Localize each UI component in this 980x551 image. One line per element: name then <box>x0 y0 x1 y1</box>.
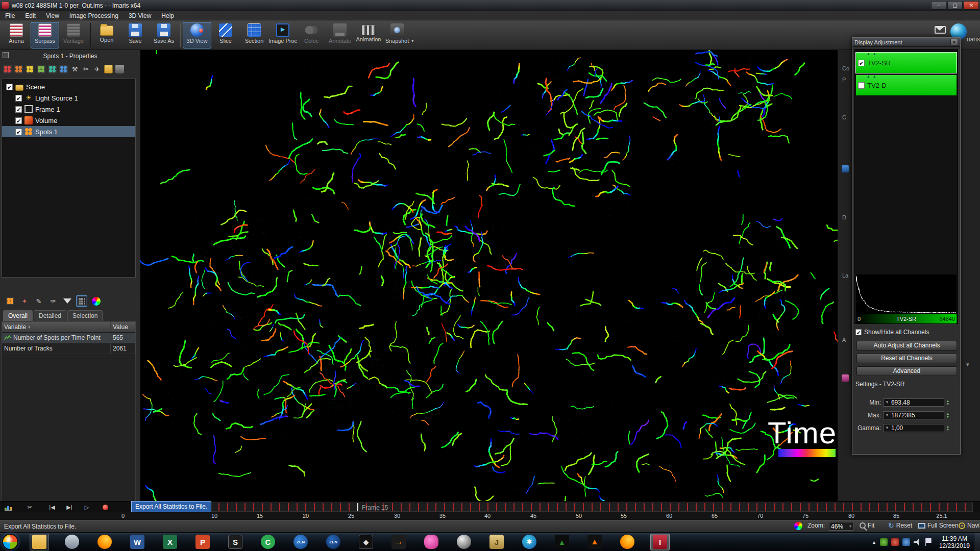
statistics-tab[interactable] <box>76 295 87 307</box>
play-button[interactable]: ▷ <box>82 503 92 512</box>
taskbar-zen[interactable] <box>291 534 310 550</box>
antivirus-tray-icon[interactable] <box>880 538 888 546</box>
annotate-button[interactable]: Annotate <box>326 22 354 48</box>
max-input[interactable]: ▼ 1872385 <box>883 411 944 419</box>
tree-item-light-source[interactable]: ☀ Light Source 1 <box>2 92 135 104</box>
edit-tracks-tab[interactable]: ✑ <box>47 295 59 307</box>
group-folder-icon[interactable] <box>104 65 113 73</box>
advanced-button[interactable]: Advanced <box>856 366 957 376</box>
menu-file[interactable]: File <box>0 12 20 20</box>
tree-item-frame[interactable]: Frame 1 <box>2 104 135 115</box>
dropdown-caret[interactable]: ▾ <box>966 361 969 368</box>
taskbar-clock[interactable]: 11:39 AM 12/23/2019 <box>936 535 973 549</box>
taskbar-powerpoint[interactable] <box>193 534 212 550</box>
max-dropdown-caret[interactable]: ▼ <box>885 413 889 417</box>
taskbar-photo-app[interactable] <box>356 534 376 550</box>
frame-checkbox[interactable] <box>15 106 22 113</box>
arena-button[interactable]: Arena <box>2 22 31 48</box>
minimize-button[interactable] <box>931 1 946 10</box>
mail-icon[interactable] <box>935 26 946 34</box>
reset-channels-button[interactable]: Reset all Channels <box>856 354 957 363</box>
add-measurement-icon[interactable] <box>48 65 57 73</box>
taskbar-zen-2[interactable] <box>324 534 343 550</box>
snapshot-button[interactable]: Snapshot <box>383 22 411 48</box>
3d-view-button[interactable]: 3D View <box>183 22 211 48</box>
update-tray-icon[interactable] <box>891 538 899 546</box>
channel-range-bar[interactable]: 0 TV2-SR 64840 <box>856 314 957 323</box>
table-row[interactable]: Number of Spots per Time Point 565 <box>2 333 135 343</box>
taskbar-app-s[interactable] <box>226 534 245 550</box>
tab-selection[interactable]: Selection <box>67 310 103 321</box>
taskbar-sphere-app[interactable] <box>454 534 474 550</box>
action-center-flag-icon[interactable] <box>925 538 933 546</box>
step-forward-button[interactable]: ▶| <box>64 503 75 512</box>
channel-tv2-d[interactable]: ▴ ▴ TV2-D <box>856 75 957 95</box>
time-tick-labels[interactable]: 0 10 15 20 25 30 35 40 45 50 55 60 65 70… <box>0 512 980 520</box>
menu-help[interactable]: Help <box>156 12 179 20</box>
light-source-checkbox[interactable] <box>15 95 22 102</box>
tab-detailed[interactable]: Detailed <box>34 310 66 321</box>
add-cells-icon[interactable] <box>26 65 34 73</box>
sync-tray-icon[interactable] <box>902 538 910 546</box>
volume-checkbox[interactable] <box>15 117 22 124</box>
taskbar-explorer[interactable] <box>30 534 49 550</box>
scissors-icon[interactable]: ✂ <box>82 65 90 73</box>
add-surfaces-icon[interactable] <box>14 65 23 73</box>
time-slider[interactable]: Frame 15 <box>210 503 973 512</box>
channel-tv2-d-checkbox[interactable] <box>858 82 865 89</box>
menu-view[interactable]: View <box>41 12 64 20</box>
taskbar-firefox[interactable] <box>95 534 114 550</box>
edit-tab[interactable]: ✎ <box>33 295 44 307</box>
taskbar-arrow-app[interactable] <box>389 534 408 550</box>
save-as-button[interactable]: Save As <box>150 22 178 48</box>
tray-expand-icon[interactable]: ▲ <box>872 540 876 545</box>
taskbar-firefox-2[interactable] <box>618 534 637 550</box>
surpass-button[interactable]: Surpass <box>31 22 59 48</box>
image-proc-button[interactable]: Image Proc <box>268 22 297 48</box>
taskbar-word[interactable] <box>128 534 147 550</box>
table-header[interactable]: Variable▾ Value <box>2 322 135 333</box>
tree-item-scene[interactable]: Scene <box>2 81 135 92</box>
viewport-3d-canvas[interactable] <box>140 50 838 501</box>
record-button[interactable] <box>100 503 110 512</box>
coloc-button[interactable]: Coloc <box>297 22 326 48</box>
snapshot-dropdown-caret[interactable]: ▾ <box>411 38 414 43</box>
show-hide-channels-checkbox[interactable] <box>855 329 862 335</box>
section-button[interactable]: Section <box>240 22 268 48</box>
gamma-dropdown-caret[interactable]: ▼ <box>885 425 889 430</box>
filter-tab[interactable] <box>62 295 73 307</box>
menu-3d-view[interactable]: 3D View <box>124 12 156 20</box>
add-filaments-icon[interactable] <box>37 65 45 73</box>
color-tab[interactable] <box>90 295 102 307</box>
min-stepper[interactable]: ▲▼ <box>945 399 950 406</box>
fit-button[interactable]: Fit <box>860 522 874 529</box>
auto-adjust-button[interactable]: Auto Adjust all Channels <box>856 341 957 350</box>
taskbar-imaris-viewer[interactable] <box>422 534 441 550</box>
menu-edit[interactable]: Edit <box>20 12 41 20</box>
slice-button[interactable]: Slice <box>211 22 240 48</box>
gamma-stepper[interactable]: ▲▼ <box>945 425 950 431</box>
delete-object-icon[interactable] <box>115 65 124 73</box>
scene-checkbox[interactable] <box>6 84 13 90</box>
max-stepper[interactable]: ▲▼ <box>945 412 950 418</box>
panel-pin-icon[interactable] <box>3 52 9 58</box>
tree-item-volume[interactable]: Volume <box>2 115 135 126</box>
wrench-icon[interactable]: ⚒ <box>70 65 79 73</box>
display-adjustment-close-icon[interactable]: ✕ <box>950 39 958 45</box>
spots-settings-tab[interactable] <box>5 295 16 307</box>
taskbar-excel[interactable] <box>160 534 180 550</box>
maximize-button[interactable] <box>947 1 963 10</box>
start-button[interactable] <box>2 534 18 550</box>
taskbar-imaris[interactable] <box>650 534 670 550</box>
min-input[interactable]: ▼ 693,48 <box>883 398 944 407</box>
tree-item-spots[interactable]: Spots 1 <box>2 126 135 137</box>
background-color-button[interactable] <box>794 522 802 530</box>
animation-button[interactable]: Animation <box>354 22 383 48</box>
wand-tab[interactable]: ✦ <box>19 295 30 307</box>
close-button[interactable] <box>964 1 979 10</box>
volume-icon[interactable] <box>914 538 921 546</box>
show-hide-channels-row[interactable]: Show/Hide all Channels <box>855 329 958 336</box>
display-adjustment-titlebar[interactable]: Display Adjustment ✕ <box>852 38 960 47</box>
time-slider-handle[interactable] <box>357 503 358 511</box>
open-button[interactable]: Open <box>92 22 121 48</box>
